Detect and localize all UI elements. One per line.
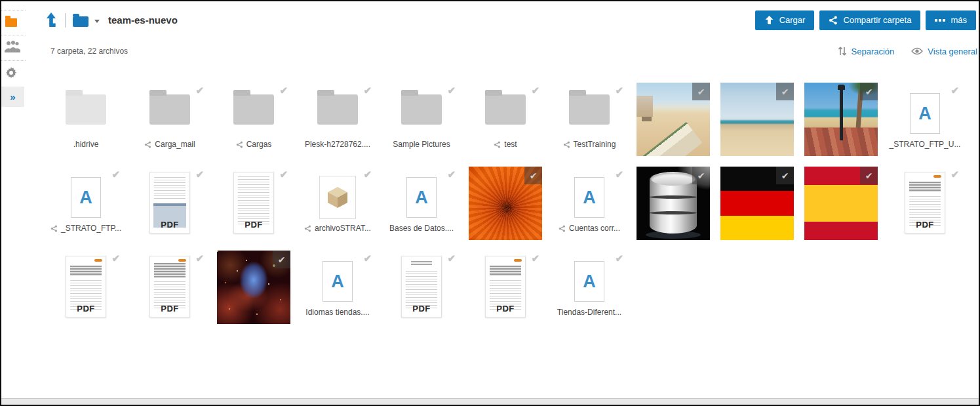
file-tile[interactable]: PDF✔ (128, 167, 212, 251)
text-document-icon: A (910, 93, 940, 134)
image-file-tile[interactable]: ✔ (715, 83, 799, 167)
file-name: test (504, 140, 517, 149)
selected-checkmark[interactable]: ✔ (951, 169, 959, 179)
image-thumbnail: ✔ (217, 251, 290, 324)
file-name: TestTraining (574, 140, 616, 149)
file-tile[interactable]: A✔Tiendas-Diferent... (547, 251, 631, 335)
share-icon (563, 141, 570, 148)
status-toolbar: 7 carpeta, 22 archivos Separación Vista … (50, 45, 977, 57)
sort-control[interactable]: Separación (838, 46, 895, 56)
file-name-label: .hidrive (45, 139, 127, 150)
view-mode-label: Vista general (928, 47, 977, 56)
selected-checkmark[interactable]: ✔ (363, 169, 372, 179)
selected-checkmark[interactable]: ✔ (860, 83, 878, 100)
sidebar-item-settings[interactable] (5, 67, 17, 81)
chevron-down-icon[interactable] (94, 20, 100, 23)
file-tile[interactable]: PDF✔ (883, 167, 967, 251)
header: team-es-nuevo Cargar Compartir carpeta m… (46, 10, 976, 30)
file-name: Plesk-h2728762.... (305, 140, 370, 149)
folder-tile[interactable]: ✔Cargas (212, 83, 296, 167)
pdf-file-icon: PDF (485, 256, 526, 317)
image-thumbnail: ✔ (720, 83, 794, 156)
share-icon (563, 141, 570, 148)
selected-checkmark[interactable]: ✔ (524, 167, 542, 184)
sidebar-expand-button[interactable]: » (1, 87, 24, 107)
selected-checkmark[interactable]: ✔ (363, 253, 372, 263)
selected-checkmark[interactable]: ✔ (776, 83, 794, 100)
pdf-file-icon: PDF (233, 172, 274, 233)
share-icon (304, 225, 311, 232)
image-file-tile[interactable]: ✔ (799, 83, 883, 167)
image-file-tile[interactable]: ✔ (212, 251, 296, 335)
file-tile[interactable]: PDF✔ (44, 251, 128, 335)
breadcrumb-folder-icon[interactable] (73, 16, 88, 27)
file-tile[interactable]: A✔Bases de Datos.... (380, 167, 463, 251)
selected-checkmark[interactable]: ✔ (195, 253, 204, 263)
image-file-tile[interactable]: ✔ (715, 167, 799, 251)
selected-checkmark[interactable]: ✔ (279, 169, 288, 179)
selected-checkmark[interactable]: ✔ (776, 167, 794, 184)
image-file-tile[interactable]: ✔ (799, 167, 883, 251)
selected-checkmark[interactable]: ✔ (363, 85, 372, 95)
selected-checkmark[interactable]: ✔ (447, 253, 456, 263)
selected-checkmark[interactable]: ✔ (692, 83, 710, 100)
share-icon (494, 141, 501, 148)
selected-checkmark[interactable]: ✔ (860, 167, 878, 184)
share-folder-button[interactable]: Compartir carpeta (819, 10, 920, 30)
file-tile[interactable]: PDF✔ (128, 251, 212, 335)
archive-cube-icon (319, 176, 356, 219)
file-tile[interactable]: A✔Cuentas corr... (547, 167, 631, 251)
share-icon (50, 225, 58, 232)
view-mode-control[interactable]: Vista general (911, 47, 977, 56)
sidebar-item-files[interactable] (5, 18, 17, 27)
image-file-tile[interactable]: ✔ (463, 167, 547, 251)
share-icon (144, 141, 151, 148)
selected-checkmark[interactable]: ✔ (447, 85, 456, 95)
sidebar-item-sharing[interactable] (4, 40, 21, 56)
file-name: _STRATO_FTP... (61, 224, 121, 233)
image-file-tile[interactable]: ✔ (631, 83, 715, 167)
folder-tile[interactable]: ✔Carga_mail (128, 83, 212, 167)
file-tile[interactable]: ✔archivoSTRAT... (296, 167, 380, 251)
up-level-button[interactable] (46, 12, 57, 28)
file-tile[interactable]: A✔_STRATO_FTP_U... (883, 83, 967, 167)
folder-tile[interactable]: ✔test (463, 83, 547, 167)
selected-checkmark[interactable]: ✔ (531, 253, 539, 263)
file-tile[interactable]: A✔_STRATO_FTP... (44, 167, 128, 251)
selected-checkmark[interactable]: ✔ (447, 169, 456, 179)
file-tile[interactable]: PDF✔ (212, 167, 296, 251)
image-file-tile[interactable]: ✔ (631, 167, 715, 251)
selected-checkmark[interactable]: ✔ (615, 253, 623, 263)
folder-tile[interactable]: ✔Sample Pictures (380, 83, 463, 167)
file-name: .hidrive (73, 140, 99, 149)
file-grid: .hidrive✔Carga_mail✔Cargas✔Plesk-h272876… (44, 83, 967, 335)
text-document-icon: A (574, 177, 604, 218)
selected-checkmark[interactable]: ✔ (111, 253, 120, 263)
folder-icon (149, 94, 190, 125)
selected-checkmark[interactable]: ✔ (195, 85, 204, 95)
selected-checkmark[interactable]: ✔ (615, 85, 623, 95)
selected-checkmark[interactable]: ✔ (111, 169, 120, 179)
logo-mark (933, 175, 941, 178)
selected-checkmark[interactable]: ✔ (615, 169, 623, 179)
file-tile[interactable]: PDF✔ (463, 251, 547, 335)
selected-checkmark[interactable]: ✔ (195, 169, 204, 179)
folder-tile[interactable]: ✔TestTraining (547, 83, 631, 167)
selected-checkmark[interactable]: ✔ (279, 85, 288, 95)
folder-tile[interactable]: .hidrive (44, 83, 128, 167)
selected-checkmark[interactable]: ✔ (951, 85, 959, 95)
text-document-icon: A (323, 261, 353, 302)
upload-button[interactable]: Cargar (755, 10, 815, 30)
pdf-badge: PDF (150, 304, 189, 314)
folder-tile[interactable]: ✔Plesk-h2728762.... (296, 83, 380, 167)
selected-checkmark[interactable]: ✔ (692, 167, 710, 184)
file-tile[interactable]: A✔Idiomas tiendas.... (296, 251, 380, 335)
image-thumbnail: ✔ (804, 167, 878, 240)
selected-checkmark[interactable]: ✔ (531, 85, 539, 95)
file-name-label: test (465, 139, 546, 150)
bottom-scrollbar-track[interactable] (1, 398, 979, 405)
more-button[interactable]: más (926, 10, 976, 30)
file-tile[interactable]: PDF✔ (380, 251, 463, 335)
text-document-icon: A (574, 261, 604, 302)
selected-checkmark[interactable]: ✔ (273, 251, 290, 268)
